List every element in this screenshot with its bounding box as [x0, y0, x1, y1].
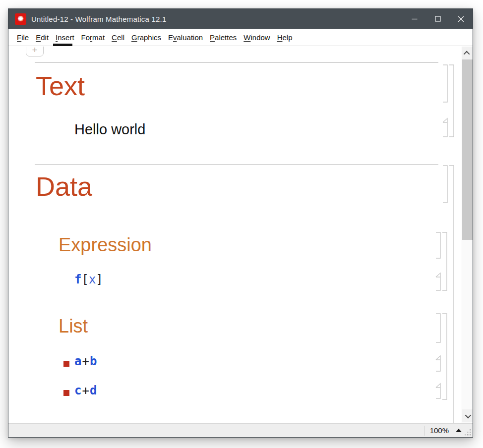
- magnification-control[interactable]: 100%: [430, 426, 462, 435]
- scrollbar-thumb[interactable]: [462, 59, 473, 240]
- menu-item-window[interactable]: Window: [240, 30, 273, 45]
- menu-bar: FileEditInsertFormatCellGraphicsEvaluati…: [8, 29, 473, 46]
- section-heading-data[interactable]: Data: [36, 173, 92, 200]
- menu-item-file[interactable]: File: [13, 30, 32, 45]
- code-token: b: [90, 354, 97, 368]
- item-bullet-icon: [63, 390, 69, 396]
- code-token-plus: +: [81, 384, 89, 397]
- close-button[interactable]: [449, 9, 473, 29]
- chevron-up-icon: [464, 51, 470, 57]
- insert-cell-plus-button[interactable]: +: [26, 47, 44, 56]
- menu-item-graphics[interactable]: Graphics: [128, 30, 165, 45]
- minimize-icon: [412, 16, 418, 22]
- code-token-open-bracket: [: [81, 273, 88, 286]
- maximize-icon: [435, 16, 441, 22]
- item-cell-1[interactable]: a+b: [74, 355, 97, 367]
- menu-item-cell[interactable]: Cell: [108, 30, 128, 45]
- mathematica-logo-icon: ✺: [15, 13, 26, 25]
- item-bullet-icon: [63, 361, 69, 367]
- code-token-head: f: [74, 273, 81, 286]
- window-title: Untitled-12 - Wolfram Mathematica 12.1: [31, 15, 166, 23]
- menu-item-help[interactable]: Help: [274, 30, 296, 45]
- magnification-popup-icon: [456, 429, 462, 432]
- resize-grip-icon: [465, 429, 471, 436]
- input-cell-expression[interactable]: f[x]: [74, 274, 103, 285]
- section-divider: [35, 164, 438, 165]
- code-token-arg: x: [89, 273, 96, 286]
- notebook-content[interactable]: + Text Hello world Data Expression f[x] …: [8, 47, 473, 423]
- vertical-scrollbar[interactable]: [462, 47, 473, 423]
- close-icon: [458, 16, 464, 22]
- maximize-button[interactable]: [426, 9, 449, 29]
- chevron-down-icon: [465, 412, 472, 418]
- menu-item-palettes[interactable]: Palettes: [206, 30, 240, 45]
- scroll-up-button[interactable]: [462, 47, 473, 59]
- code-token: d: [90, 384, 97, 397]
- subsection-heading-list[interactable]: List: [59, 317, 88, 336]
- section-heading-text[interactable]: Text: [36, 72, 85, 99]
- menu-item-edit[interactable]: Edit: [32, 30, 52, 45]
- minimize-button[interactable]: [403, 9, 426, 29]
- menu-item-insert[interactable]: Insert: [52, 30, 78, 45]
- status-bar: 100%: [8, 423, 473, 437]
- code-token-plus: +: [81, 354, 89, 368]
- scroll-down-button[interactable]: [462, 409, 473, 422]
- code-token: c: [74, 384, 81, 397]
- code-token: a: [74, 354, 81, 368]
- magnification-value: 100%: [430, 426, 449, 435]
- menu-item-format[interactable]: Format: [78, 30, 109, 45]
- mathematica-window: ✺ Untitled-12 - Wolfram Mathematica 12.1…: [8, 8, 473, 438]
- section-divider: [35, 62, 438, 63]
- item-cell-2[interactable]: c+d: [74, 385, 97, 396]
- menu-item-evaluation[interactable]: Evaluation: [165, 30, 206, 45]
- cell-insertion-bar: [53, 44, 72, 46]
- title-bar[interactable]: ✺ Untitled-12 - Wolfram Mathematica 12.1: [8, 9, 473, 29]
- status-bar-separator: [424, 426, 425, 436]
- subsection-heading-expression[interactable]: Expression: [59, 235, 152, 254]
- code-token-close-bracket: ]: [96, 273, 103, 286]
- text-cell-hello-world[interactable]: Hello world: [74, 122, 145, 137]
